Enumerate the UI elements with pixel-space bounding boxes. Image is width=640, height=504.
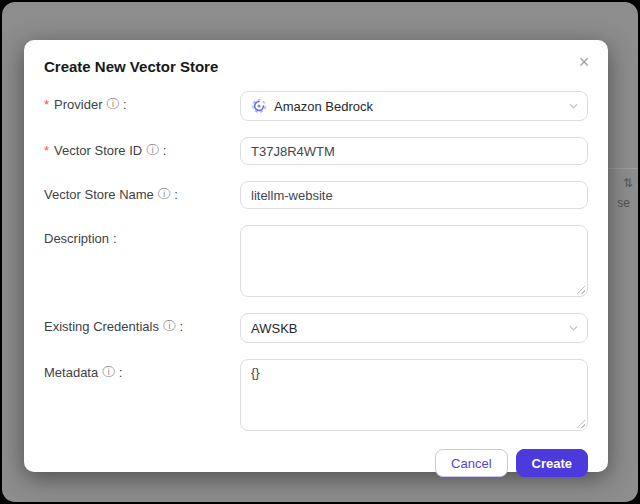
vector-store-id-input[interactable] [240, 137, 588, 165]
metadata-row: Metadata ⓘ : {} [44, 359, 588, 431]
provider-select-value: Amazon Bedrock [274, 99, 373, 114]
vector-store-id-label-text: Vector Store ID [54, 143, 142, 158]
description-label-text: Description [44, 231, 109, 246]
info-icon[interactable]: ⓘ [163, 320, 176, 333]
info-icon[interactable]: ⓘ [106, 98, 119, 111]
label-colon: : [179, 319, 183, 334]
modal-title: Create New Vector Store [44, 58, 588, 75]
provider-label: * Provider ⓘ : [44, 91, 240, 112]
metadata-label: Metadata ⓘ : [44, 359, 240, 380]
label-colon: : [163, 143, 167, 158]
vector-store-id-label: * Vector Store ID ⓘ : [44, 137, 240, 158]
vector-store-name-label-text: Vector Store Name [44, 187, 154, 202]
column-sort-icon: ⇅ [623, 176, 631, 190]
metadata-textarea[interactable]: {} [240, 359, 588, 431]
metadata-label-text: Metadata [44, 365, 98, 380]
info-icon[interactable]: ⓘ [146, 144, 159, 157]
vector-store-name-label: Vector Store Name ⓘ : [44, 181, 240, 202]
info-icon[interactable]: ⓘ [158, 188, 171, 201]
background-table-divider [604, 168, 638, 169]
description-textarea[interactable] [240, 225, 588, 297]
modal-footer: Cancel Create [44, 449, 588, 477]
label-colon: : [123, 97, 127, 112]
label-colon: : [174, 187, 178, 202]
provider-row: * Provider ⓘ : Amazon Bedrock [44, 91, 588, 121]
provider-label-text: Provider [54, 97, 102, 112]
required-mark: * [44, 143, 49, 158]
description-label: Description : [44, 225, 240, 246]
bedrock-logo-icon [251, 98, 267, 114]
close-icon[interactable]: × [572, 50, 596, 74]
background-partial-text: se [617, 196, 630, 210]
info-icon[interactable]: ⓘ [102, 366, 115, 379]
vector-store-name-input[interactable] [240, 181, 588, 209]
label-colon: : [119, 365, 123, 380]
existing-credentials-select[interactable]: AWSKB [240, 313, 588, 343]
existing-credentials-select-value: AWSKB [251, 321, 297, 336]
vector-store-name-row: Vector Store Name ⓘ : [44, 181, 588, 209]
required-mark: * [44, 97, 49, 112]
existing-credentials-label-text: Existing Credentials [44, 319, 159, 334]
description-row: Description : [44, 225, 588, 297]
cancel-button[interactable]: Cancel [435, 449, 507, 477]
existing-credentials-row: Existing Credentials ⓘ : AWSKB [44, 313, 588, 343]
label-colon: : [113, 231, 117, 246]
create-button[interactable]: Create [516, 449, 588, 477]
vector-store-id-row: * Vector Store ID ⓘ : [44, 137, 588, 165]
provider-select[interactable]: Amazon Bedrock [240, 91, 588, 121]
create-vector-store-modal: × Create New Vector Store * Provider ⓘ :… [24, 40, 608, 472]
existing-credentials-label: Existing Credentials ⓘ : [44, 313, 240, 334]
